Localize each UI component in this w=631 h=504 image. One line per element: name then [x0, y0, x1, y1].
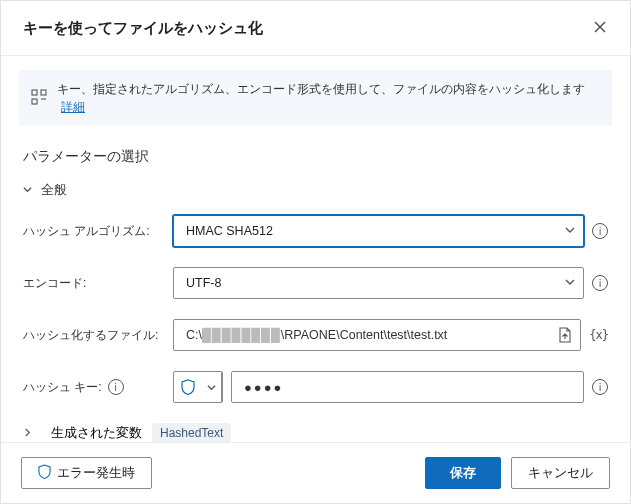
chevron-down-icon [23, 185, 35, 196]
row-key: ハッシュ キー: i ●●●● i [23, 371, 608, 403]
label-algorithm: ハッシュ アルゴリズム: [23, 223, 173, 240]
label-encoding: エンコード: [23, 275, 173, 292]
shield-icon [174, 372, 202, 402]
chevron-right-icon [23, 428, 35, 439]
info-text: キー、指定されたアルゴリズム、エンコード形式を使用して、ファイルの内容をハッシュ… [57, 80, 600, 116]
info-icon[interactable]: i [592, 275, 608, 291]
dialog-title: キーを使ってファイルをハッシュ化 [23, 19, 263, 38]
close-icon[interactable] [590, 15, 610, 41]
row-file: ハッシュ化するファイル: C:\████████\RPAONE\Content\… [23, 319, 608, 351]
file-input[interactable]: C:\████████\RPAONE\Content\test\test.txt [173, 319, 581, 351]
info-icon[interactable]: i [592, 379, 608, 395]
info-bar: キー、指定されたアルゴリズム、エンコード形式を使用して、ファイルの内容をハッシュ… [19, 70, 612, 126]
label-file: ハッシュ化するファイル: [23, 327, 173, 344]
generated-vars-header[interactable]: 生成された変数 HashedText [23, 423, 608, 442]
label-key: ハッシュ キー: i [23, 379, 173, 396]
secure-mode-select[interactable] [173, 371, 223, 403]
group-general-header[interactable]: 全般 [23, 182, 608, 199]
save-button[interactable]: 保存 [425, 457, 501, 489]
dialog-body: パラメーターの選択 全般 ハッシュ アルゴリズム: HMAC SHA512 i [1, 126, 630, 442]
section-title: パラメーターの選択 [23, 148, 608, 166]
row-algorithm: ハッシュ アルゴリズム: HMAC SHA512 i [23, 215, 608, 247]
row-encoding: エンコード: UTF-8 i [23, 267, 608, 299]
chevron-down-icon [565, 225, 575, 237]
generated-var-badge[interactable]: HashedText [152, 423, 231, 442]
svg-rect-2 [41, 90, 46, 95]
algorithm-select[interactable]: HMAC SHA512 [173, 215, 584, 247]
file-picker-icon[interactable] [558, 327, 572, 343]
info-icon[interactable]: i [592, 223, 608, 239]
action-icon [31, 89, 47, 108]
dialog: キーを使ってファイルをハッシュ化 キー、指定されたアルゴリズム、エンコード形式を… [0, 0, 631, 504]
encoding-select[interactable]: UTF-8 [173, 267, 584, 299]
info-icon[interactable]: i [108, 379, 124, 395]
svg-rect-1 [32, 99, 37, 104]
dialog-header: キーを使ってファイルをハッシュ化 [1, 1, 630, 56]
chevron-down-icon [565, 277, 575, 289]
dialog-footer: エラー発生時 保存 キャンセル [1, 442, 630, 503]
on-error-button[interactable]: エラー発生時 [21, 457, 152, 489]
info-link[interactable]: 詳細 [61, 100, 85, 114]
cancel-button[interactable]: キャンセル [511, 457, 610, 489]
chevron-down-icon [202, 372, 222, 402]
key-input[interactable]: ●●●● [231, 371, 584, 403]
shield-icon [38, 464, 51, 482]
svg-rect-0 [32, 90, 37, 95]
variable-picker-icon[interactable]: {x} [589, 328, 608, 342]
